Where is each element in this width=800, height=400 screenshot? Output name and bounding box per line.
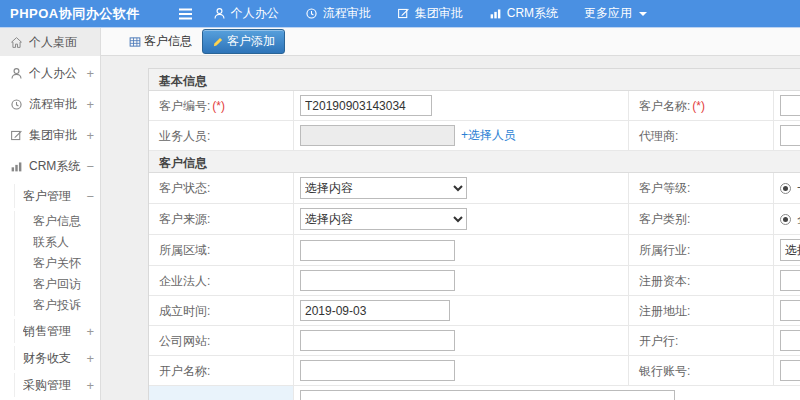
- field-label: 注册资本:: [629, 266, 774, 295]
- edit-icon: [397, 7, 410, 20]
- radio-selected[interactable]: [780, 214, 791, 225]
- expand-icon[interactable]: +: [86, 324, 94, 339]
- sidebar-item-label: 客户信息: [33, 213, 94, 230]
- text-input[interactable]: [780, 300, 800, 321]
- text-input[interactable]: [300, 95, 432, 116]
- sidebar-item-8[interactable]: 联系人: [14, 232, 100, 253]
- tab-1[interactable]: 客户信息: [125, 31, 196, 52]
- field-label-text: 客户名称:: [639, 99, 690, 113]
- field-label: 所属区域:: [149, 235, 294, 265]
- sidebar-item-10[interactable]: 客户回访: [14, 274, 100, 295]
- required-marker: (*): [212, 99, 225, 113]
- field-cell: [294, 296, 629, 325]
- top-bar: PHPOA协同办公软件 个人办公流程审批集团审批CRM系统更多应用: [0, 0, 800, 28]
- sidebar-item-9[interactable]: 客户关怀: [14, 253, 100, 274]
- sidebar-item-7[interactable]: 客户信息: [14, 211, 100, 232]
- form-row: 成立时间:注册地址:: [149, 296, 800, 326]
- sidebar-item-3[interactable]: 流程审批+: [0, 91, 100, 118]
- sidebar-item-label: 个人办公: [29, 65, 84, 82]
- sidebar-item-13[interactable]: 财务收支+: [14, 346, 100, 370]
- form-row: 所属区域:所属行业:选择内容: [149, 235, 800, 266]
- sidebar-item-label: CRM系统: [29, 158, 84, 175]
- topnav-item-5[interactable]: 更多应用: [584, 5, 647, 22]
- field-label: 成立时间:: [149, 296, 294, 325]
- field-label: 所属行业:: [629, 235, 774, 265]
- collapse-icon[interactable]: −: [86, 159, 94, 174]
- expand-icon[interactable]: +: [86, 66, 94, 81]
- sidebar-item-5[interactable]: CRM系统−: [0, 153, 100, 180]
- pencil-icon: [212, 36, 224, 48]
- text-input[interactable]: [300, 270, 455, 291]
- sidebar-menu: 个人桌面个人办公+流程审批+集团审批+CRM系统−客户管理−客户信息联系人客户关…: [0, 28, 101, 400]
- field-cell: [294, 326, 629, 355]
- form-row: 业务人员:+选择人员代理商:+选择代理商: [149, 121, 800, 151]
- form-row: 公司网站:开户行:: [149, 326, 800, 356]
- sidebar-item-4[interactable]: 集团审批+: [0, 122, 100, 149]
- hamburger-icon[interactable]: [178, 8, 193, 20]
- history-icon: [10, 98, 23, 111]
- text-input[interactable]: [300, 300, 450, 321]
- field-label-text: 注册地址:: [639, 304, 690, 318]
- text-input[interactable]: [300, 330, 455, 351]
- text-input[interactable]: [780, 330, 800, 351]
- field-label-text: 客户类别:: [639, 212, 690, 226]
- sidebar-item-label: 客户管理: [23, 188, 84, 205]
- radio-selected[interactable]: [780, 183, 791, 194]
- user-icon: [213, 7, 226, 20]
- topnav-label: 更多应用: [584, 5, 632, 22]
- collapse-icon[interactable]: −: [86, 189, 94, 204]
- sidebar-item-1[interactable]: 个人桌面: [0, 28, 100, 56]
- field-cell: [294, 91, 629, 120]
- topnav-item-2[interactable]: 流程审批: [305, 5, 371, 22]
- sidebar-item-2[interactable]: 个人办公+: [0, 60, 100, 87]
- field-label: 客户状态:: [149, 173, 294, 203]
- expand-icon[interactable]: +: [86, 128, 94, 143]
- field-cell: 一星: [774, 173, 800, 203]
- dropdown-select[interactable]: 选择内容: [300, 208, 467, 230]
- tab-label: 客户添加: [227, 33, 275, 50]
- picker-link[interactable]: +选择人员: [461, 127, 516, 144]
- field-cell: [294, 235, 629, 265]
- field-label: 客户编号:(*): [149, 91, 294, 120]
- topnav-item-1[interactable]: 个人办公: [213, 5, 279, 22]
- topnav-label: 集团审批: [415, 5, 463, 22]
- tab-label: 客户信息: [144, 33, 192, 50]
- topnav-item-4[interactable]: CRM系统: [489, 5, 558, 22]
- sidebar-item-6[interactable]: 客户管理−: [14, 184, 100, 208]
- text-input[interactable]: [780, 270, 800, 291]
- sidebar-item-label: 客户关怀: [33, 255, 94, 272]
- topnav-item-3[interactable]: 集团审批: [397, 5, 463, 22]
- dropdown-select[interactable]: 选择内容: [300, 177, 467, 199]
- expand-icon[interactable]: +: [86, 378, 94, 393]
- field-label-text: 客户状态:: [159, 181, 210, 195]
- field-cell: 选择内容: [774, 235, 800, 265]
- field-cell: 企业: [774, 204, 800, 234]
- sidebar-item-label: 联系人: [33, 234, 94, 251]
- field-label: [149, 386, 294, 400]
- field-label-text: 客户来源:: [159, 212, 210, 226]
- text-input[interactable]: [780, 95, 800, 116]
- top-navigation: 个人办公流程审批集团审批CRM系统更多应用: [213, 5, 647, 22]
- sidebar-item-label: 客户回访: [33, 276, 94, 293]
- sidebar-item-14[interactable]: 采购管理+: [14, 373, 100, 397]
- tab-2[interactable]: 客户添加: [202, 29, 285, 54]
- text-input[interactable]: [780, 125, 800, 146]
- field-label: 客户名称:(*): [629, 91, 774, 120]
- dropdown-select[interactable]: 选择内容: [780, 239, 800, 261]
- field-label: 注册地址:: [629, 296, 774, 325]
- readonly-input[interactable]: [300, 125, 455, 146]
- field-cell: [294, 386, 800, 400]
- topnav-label: 个人办公: [231, 5, 279, 22]
- expand-icon[interactable]: +: [86, 351, 94, 366]
- text-input[interactable]: [780, 360, 800, 381]
- field-cell: +选择代理商: [774, 121, 800, 150]
- expand-icon[interactable]: +: [86, 97, 94, 112]
- remark-textarea[interactable]: [300, 390, 675, 400]
- form-row: 客户来源:选择内容客户类别:企业: [149, 204, 800, 235]
- text-input[interactable]: [300, 240, 455, 261]
- sidebar-item-12[interactable]: 销售管理+: [14, 319, 100, 343]
- sidebar-item-label: 流程审批: [29, 96, 84, 113]
- sidebar-item-11[interactable]: 客户投诉: [14, 295, 100, 316]
- chart-icon: [489, 7, 502, 20]
- text-input[interactable]: [300, 360, 455, 381]
